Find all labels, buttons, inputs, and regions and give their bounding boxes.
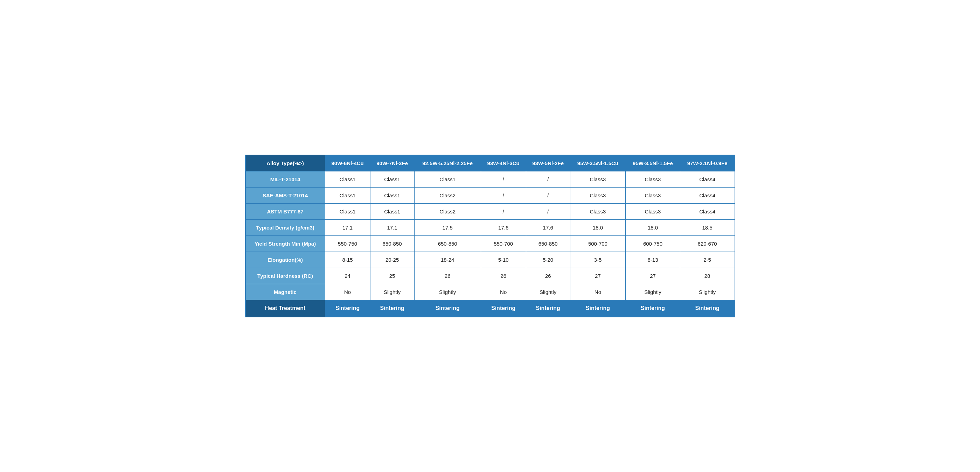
data-cell: 3-5 xyxy=(570,252,626,268)
data-cell: 17.1 xyxy=(325,220,370,236)
data-cell: 5-20 xyxy=(526,252,570,268)
col-header-5: 93W-5Ni-2Fe xyxy=(526,155,570,171)
data-cell: Slightly xyxy=(526,284,570,300)
data-cell: / xyxy=(526,187,570,204)
data-cell: 18.0 xyxy=(570,220,626,236)
col-header-4: 93W-4Ni-3Cu xyxy=(481,155,526,171)
data-cell: Class2 xyxy=(414,204,481,220)
data-cell: Sintering xyxy=(626,300,680,317)
data-cell: Slightly xyxy=(626,284,680,300)
data-cell: Class3 xyxy=(626,204,680,220)
table-row: Typical Density (g/cm3)17.117.117.517.61… xyxy=(245,220,735,236)
data-cell: Class3 xyxy=(626,171,680,187)
data-cell: 17.6 xyxy=(526,220,570,236)
row-label: Typical Density (g/cm3) xyxy=(245,220,325,236)
table-row: MIL-T-21014Class1Class1Class1//Class3Cla… xyxy=(245,171,735,187)
table-row: Elongation(%)8-1520-2518-245-105-203-58-… xyxy=(245,252,735,268)
data-cell: No xyxy=(325,284,370,300)
col-header-3: 92.5W-5.25Ni-2.25Fe xyxy=(414,155,481,171)
data-cell: 18.0 xyxy=(626,220,680,236)
data-cell: 26 xyxy=(481,268,526,284)
data-cell: Class1 xyxy=(325,187,370,204)
data-cell: 27 xyxy=(570,268,626,284)
data-cell: 620-670 xyxy=(680,236,735,252)
data-cell: 26 xyxy=(414,268,481,284)
col-header-1: 90W-6Ni-4Cu xyxy=(325,155,370,171)
data-cell: No xyxy=(481,284,526,300)
data-cell: / xyxy=(481,204,526,220)
row-label: Typical Hardness (RC) xyxy=(245,268,325,284)
col-header-2: 90W-7Ni-3Fe xyxy=(370,155,414,171)
data-cell: Class1 xyxy=(370,171,414,187)
data-cell: Class3 xyxy=(570,204,626,220)
data-cell: / xyxy=(526,204,570,220)
data-cell: Sintering xyxy=(570,300,626,317)
data-cell: Class4 xyxy=(680,204,735,220)
data-cell: 18.5 xyxy=(680,220,735,236)
data-cell: Class1 xyxy=(325,171,370,187)
table-row: ASTM B777-87Class1Class1Class2//Class3Cl… xyxy=(245,204,735,220)
data-cell: Class3 xyxy=(570,171,626,187)
data-cell: 5-10 xyxy=(481,252,526,268)
row-label: MIL-T-21014 xyxy=(245,171,325,187)
data-cell: 17.5 xyxy=(414,220,481,236)
data-cell: 550-700 xyxy=(481,236,526,252)
data-cell: 8-15 xyxy=(325,252,370,268)
data-cell: 650-850 xyxy=(526,236,570,252)
table-row: MagneticNoSlightlySlightlyNoSlightlyNoSl… xyxy=(245,284,735,300)
data-cell: 2-5 xyxy=(680,252,735,268)
row-label: Elongation(%) xyxy=(245,252,325,268)
data-cell: 17.1 xyxy=(370,220,414,236)
data-cell: 550-750 xyxy=(325,236,370,252)
data-cell: Class2 xyxy=(414,187,481,204)
col-header-8: 97W-2.1Ni-0.9Fe xyxy=(680,155,735,171)
table-row: Heat TreatmentSinteringSinteringSinterin… xyxy=(245,300,735,317)
data-cell: 20-25 xyxy=(370,252,414,268)
data-cell: Sintering xyxy=(680,300,735,317)
data-cell: Class1 xyxy=(325,204,370,220)
data-cell: Sintering xyxy=(481,300,526,317)
data-cell: / xyxy=(481,171,526,187)
data-cell: Sintering xyxy=(370,300,414,317)
table-row: Typical Hardness (RC)2425262626272728 xyxy=(245,268,735,284)
table-row: Yield Strength Min (Mpa)550-750650-85065… xyxy=(245,236,735,252)
data-cell: 650-850 xyxy=(414,236,481,252)
data-cell: 18-24 xyxy=(414,252,481,268)
data-cell: 600-750 xyxy=(626,236,680,252)
header-row: Alloy Type(%>) 90W-6Ni-4Cu 90W-7Ni-3Fe 9… xyxy=(245,155,735,171)
data-cell: 8-13 xyxy=(626,252,680,268)
data-cell: Sintering xyxy=(414,300,481,317)
col-header-6: 95W-3.5Ni-1.5Cu xyxy=(570,155,626,171)
data-cell: Class4 xyxy=(680,171,735,187)
data-cell: Class1 xyxy=(370,204,414,220)
data-cell: 28 xyxy=(680,268,735,284)
data-cell: Class3 xyxy=(626,187,680,204)
col-header-7: 95W-3.5Ni-1.5Fe xyxy=(626,155,680,171)
data-cell: 27 xyxy=(626,268,680,284)
data-cell: Class1 xyxy=(414,171,481,187)
data-cell: 500-700 xyxy=(570,236,626,252)
data-cell: Slightly xyxy=(414,284,481,300)
data-cell: Sintering xyxy=(325,300,370,317)
data-cell: Sintering xyxy=(526,300,570,317)
alloy-type-header: Alloy Type(%>) xyxy=(245,155,325,171)
data-cell: 26 xyxy=(526,268,570,284)
data-cell: Slightly xyxy=(370,284,414,300)
data-cell: 650-850 xyxy=(370,236,414,252)
data-cell: Slightly xyxy=(680,284,735,300)
data-cell: Class1 xyxy=(370,187,414,204)
row-label: ASTM B777-87 xyxy=(245,204,325,220)
data-cell: Class4 xyxy=(680,187,735,204)
data-cell: 25 xyxy=(370,268,414,284)
data-cell: 24 xyxy=(325,268,370,284)
row-label: Yield Strength Min (Mpa) xyxy=(245,236,325,252)
data-cell: Class3 xyxy=(570,187,626,204)
data-cell: No xyxy=(570,284,626,300)
row-label: SAE-AMS-T-21014 xyxy=(245,187,325,204)
data-cell: / xyxy=(526,171,570,187)
row-label: Magnetic xyxy=(245,284,325,300)
row-label: Heat Treatment xyxy=(245,300,325,317)
data-cell: 17.6 xyxy=(481,220,526,236)
alloy-table: Alloy Type(%>) 90W-6Ni-4Cu 90W-7Ni-3Fe 9… xyxy=(245,155,735,317)
main-table-container: Alloy Type(%>) 90W-6Ni-4Cu 90W-7Ni-3Fe 9… xyxy=(245,155,735,317)
